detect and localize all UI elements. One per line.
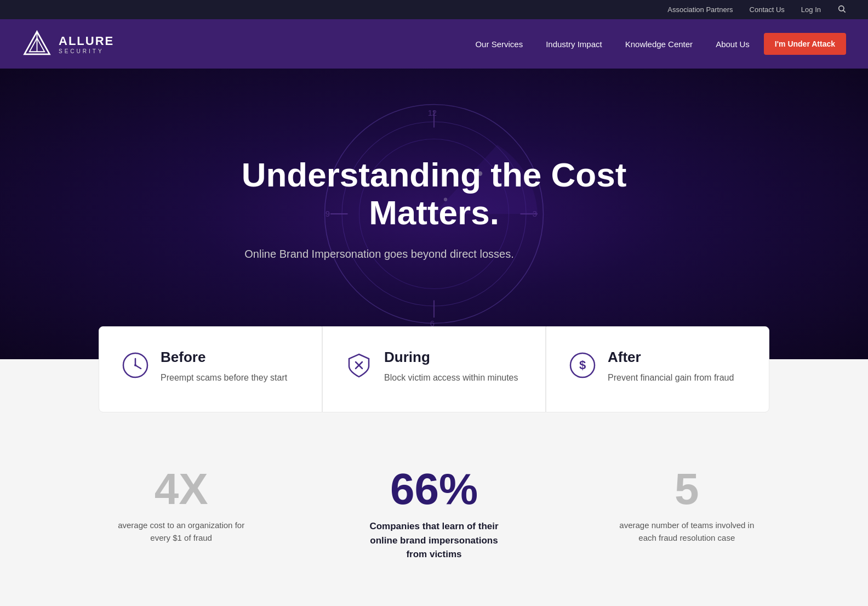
stats-section: 4X average cost to an organization for e… xyxy=(0,412,868,605)
before-card-title: Before xyxy=(161,349,287,366)
nav-industry-impact[interactable]: Industry Impact xyxy=(537,35,611,53)
log-in-link[interactable]: Log In xyxy=(801,5,821,14)
logo[interactable]: ALLURE SECURITY xyxy=(22,29,114,59)
stat-4x-number: 4X xyxy=(77,467,285,511)
after-card: $ After Prevent financial gain from frau… xyxy=(546,326,769,412)
top-bar: Association Partners Contact Us Log In xyxy=(0,0,868,19)
logo-sub: SECURITY xyxy=(59,48,114,54)
svg-line-1 xyxy=(843,10,846,13)
nav-about-us[interactable]: About Us xyxy=(707,35,758,53)
before-card-text: Before Preempt scams before they start xyxy=(161,349,287,384)
during-card-text: During Block victim access within minute… xyxy=(384,349,518,384)
hero-content: Understanding the Cost Matters. Online B… xyxy=(215,156,653,260)
nav-our-services[interactable]: Our Services xyxy=(466,35,532,53)
nav-knowledge-center[interactable]: Knowledge Center xyxy=(616,35,701,53)
stat-66-label: Companies that learn of their online bra… xyxy=(366,519,502,562)
shield-x-icon xyxy=(345,351,373,380)
before-card: Before Preempt scams before they start xyxy=(99,326,322,412)
during-card-desc: Block victim access within minutes xyxy=(384,371,518,384)
after-card-desc: Prevent financial gain from fraud xyxy=(608,371,734,384)
stat-4x: 4X average cost to an organization for e… xyxy=(55,456,307,555)
svg-text:$: $ xyxy=(579,358,586,372)
during-card: During Block victim access within minute… xyxy=(322,326,546,412)
nav-links: Our Services Industry Impact Knowledge C… xyxy=(466,33,846,55)
association-partners-link[interactable]: Association Partners xyxy=(667,5,733,14)
logo-brand: ALLURE xyxy=(59,34,114,48)
svg-point-21 xyxy=(134,364,136,366)
nav-cta-button[interactable]: I'm Under Attack xyxy=(764,33,846,55)
contact-us-top-link[interactable]: Contact Us xyxy=(750,5,785,14)
svg-text:12: 12 xyxy=(428,109,437,118)
stat-5-number: 5 xyxy=(583,467,791,511)
cards-section: Before Preempt scams before they start D… xyxy=(99,326,769,412)
after-card-text: After Prevent financial gain from fraud xyxy=(608,349,734,384)
stat-66: 66% Companies that learn of their online… xyxy=(307,456,560,573)
clock-icon xyxy=(121,351,150,380)
hero-subtitle: Online Brand Impersonation goes beyond d… xyxy=(215,248,544,260)
search-icon[interactable] xyxy=(837,4,846,15)
stat-66-number: 66% xyxy=(329,467,538,511)
svg-point-0 xyxy=(839,6,844,11)
hero-title: Understanding the Cost Matters. xyxy=(215,156,653,231)
stat-5: 5 average number of teams involved in ea… xyxy=(561,456,813,555)
stat-4x-label: average cost to an organization for ever… xyxy=(113,519,250,544)
dollar-circle-icon: $ xyxy=(568,351,597,380)
navbar: ALLURE SECURITY Our Services Industry Im… xyxy=(0,19,868,69)
after-card-title: After xyxy=(608,349,734,366)
before-card-desc: Preempt scams before they start xyxy=(161,371,287,384)
hero-section: 12 3 6 9 Understanding the Cost Matters.… xyxy=(0,69,868,359)
stat-5-label: average number of teams involved in each… xyxy=(618,519,755,544)
during-card-title: During xyxy=(384,349,518,366)
